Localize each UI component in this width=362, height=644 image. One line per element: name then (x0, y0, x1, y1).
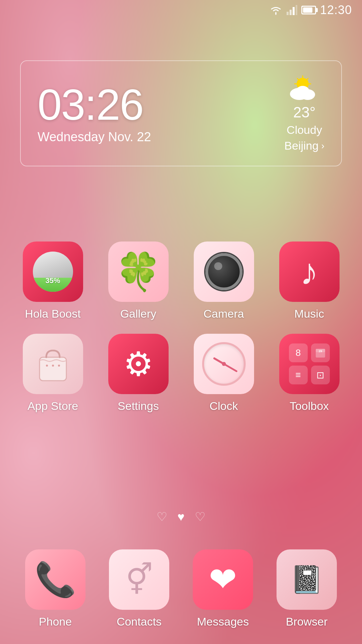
status-time: 12:30 (320, 3, 352, 17)
app-camera[interactable]: Camera (184, 241, 263, 320)
clock-weather-widget[interactable]: 03:26 Wednesday Nov. 22 23° (20, 60, 342, 166)
svg-rect-2 (290, 10, 292, 15)
dock-messages[interactable]: ❤ Messages (193, 549, 253, 628)
screen: 12:30 03:26 Wednesday Nov. 22 (0, 0, 362, 644)
messages-heart-icon: ❤ (209, 560, 237, 599)
svg-point-16 (296, 86, 309, 97)
messages-icon: ❤ (193, 549, 253, 610)
browser-label: Browser (286, 615, 328, 628)
toolbox-item-2: 29 (311, 343, 330, 362)
dock: 📞 Phone ⚥ Contacts ❤ Messages 📓 Browser (0, 537, 362, 644)
svg-point-18 (46, 365, 48, 367)
app-appstore[interactable]: App Store (13, 334, 92, 413)
dock-phone[interactable]: 📞 Phone (25, 549, 85, 628)
clock-time: 03:26 (38, 83, 151, 126)
battery-icon (301, 6, 316, 14)
clock-label: Clock (209, 399, 238, 413)
app-hola-boost[interactable]: 35% Hola Boost (13, 241, 92, 320)
camera-icon (194, 241, 254, 302)
weather-location-arrow: › (321, 141, 324, 151)
gallery-icon: 🍀 (108, 241, 169, 302)
dock-contacts[interactable]: ⚥ Contacts (109, 549, 169, 628)
gallery-clover-icon: 🍀 (115, 253, 161, 290)
hola-boost-percent: 35% (45, 276, 60, 285)
app-grid: 35% Hola Boost 🍀 Gallery Camera ♪ Music (0, 241, 362, 413)
appstore-bag-icon (33, 344, 73, 384)
toolbox-calendar-icon: 29 (315, 347, 326, 358)
toolbox-grid: 8 29 ≡ ⊡ (284, 339, 335, 389)
weather-location[interactable]: Beijing › (284, 139, 324, 152)
settings-icon: ⚙ (108, 334, 169, 394)
status-icons: 12:30 (269, 3, 352, 17)
svg-text:29: 29 (318, 350, 322, 353)
clock-center (222, 362, 226, 366)
svg-rect-3 (293, 7, 295, 15)
dock-browser[interactable]: 📓 Browser (277, 549, 337, 628)
weather-icon (284, 74, 324, 101)
clock-date: Wednesday Nov. 22 (38, 130, 151, 144)
svg-point-20 (58, 365, 60, 367)
svg-rect-4 (296, 5, 297, 15)
weather-temperature: 23° (293, 104, 316, 121)
toolbox-item-1: 8 (289, 343, 308, 362)
svg-point-0 (275, 13, 277, 14)
app-settings[interactable]: ⚙ Settings (99, 334, 178, 413)
settings-label: Settings (118, 399, 159, 413)
signal-icon (287, 5, 297, 15)
svg-rect-1 (287, 12, 289, 15)
hola-boost-icon: 35% (23, 241, 83, 302)
weather-section: 23° Cloudy Beijing › (284, 74, 324, 152)
toolbox-item-4: ⊡ (311, 366, 330, 384)
svg-line-10 (297, 78, 299, 80)
svg-line-12 (306, 78, 308, 80)
app-toolbox[interactable]: 8 29 ≡ ⊡ Toolbox (270, 334, 349, 413)
appstore-icon (23, 334, 83, 394)
gear-icon: ⚙ (123, 344, 154, 384)
toolbox-icon: 8 29 ≡ ⊡ (279, 334, 340, 394)
status-bar: 12:30 (0, 0, 362, 20)
music-icon: ♪ (279, 241, 340, 302)
app-gallery[interactable]: 🍀 Gallery (99, 241, 178, 320)
clock-face (202, 342, 246, 386)
app-clock[interactable]: Clock (184, 334, 263, 413)
page-dot-2-active[interactable]: ♥ (177, 510, 184, 524)
wifi-icon (269, 5, 283, 15)
app-music[interactable]: ♪ Music (270, 241, 349, 320)
music-label: Music (294, 307, 324, 320)
clock-section: 03:26 Wednesday Nov. 22 (38, 83, 151, 144)
phone-handset-icon: 📞 (35, 560, 76, 599)
svg-point-19 (52, 365, 54, 367)
appstore-label: App Store (27, 399, 78, 413)
page-dot-1[interactable]: ♡ (157, 510, 167, 524)
phone-label: Phone (39, 615, 72, 628)
contacts-label: Contacts (117, 615, 162, 628)
camera-lens (205, 253, 242, 290)
toolbox-item-3: ≡ (289, 366, 308, 384)
browser-notebook-icon: 📓 (290, 564, 323, 595)
browser-icon: 📓 (277, 549, 337, 610)
music-note-icon: ♪ (300, 253, 318, 290)
gallery-label: Gallery (120, 307, 157, 320)
camera-label: Camera (203, 307, 244, 320)
phone-icon: 📞 (25, 549, 85, 610)
page-dot-3[interactable]: ♡ (195, 510, 205, 524)
toolbox-label: Toolbox (290, 399, 329, 413)
page-indicator: ♡ ♥ ♡ (0, 510, 362, 524)
contacts-gender-icon: ⚥ (126, 562, 153, 597)
hola-boost-label: Hola Boost (25, 307, 80, 320)
weather-condition: Cloudy (287, 123, 322, 137)
messages-label: Messages (197, 615, 249, 628)
hola-boost-ball: 35% (33, 252, 73, 292)
contacts-icon: ⚥ (109, 549, 169, 610)
clock-icon (194, 334, 254, 394)
